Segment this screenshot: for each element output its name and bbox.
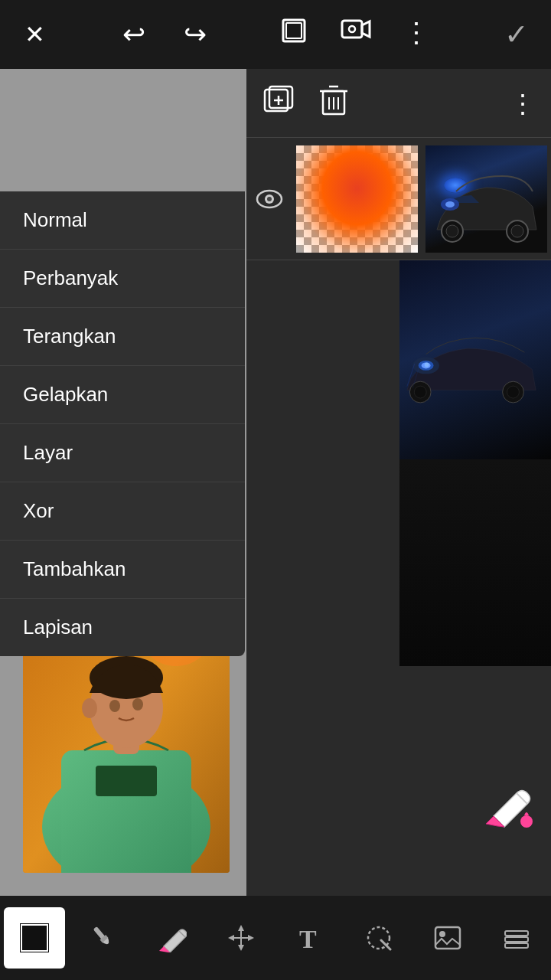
blend-mode-dropdown: Normal Perbanyak Terangkan Gelapkan Laya… [0, 191, 245, 656]
text-tool-button[interactable]: T [279, 907, 341, 969]
add-layer-button[interactable] [262, 83, 295, 123]
svg-point-34 [445, 201, 455, 207]
svg-point-42 [425, 362, 429, 367]
layers-button[interactable] [486, 907, 547, 969]
bottom-toolbar: T [0, 896, 551, 980]
layer-toolbar: ⋮ [246, 69, 551, 138]
layer-car-preview [399, 260, 551, 666]
eraser-paint-icon [482, 782, 536, 831]
add-image-button[interactable] [417, 907, 478, 969]
top-toolbar: ✕ ↩ ↪ ⋮ ✓ [0, 0, 551, 69]
close-button[interactable]: ✕ [15, 20, 54, 49]
delete-layer-button[interactable] [318, 83, 349, 123]
right-panel: ⋮ [246, 69, 551, 896]
blend-mode-layar[interactable]: Layar [0, 424, 245, 482]
layer-thumb-car[interactable] [425, 145, 547, 253]
svg-point-38 [507, 386, 520, 398]
layer-visibility-toggle[interactable] [246, 138, 292, 260]
svg-rect-9 [96, 766, 157, 796]
svg-point-14 [132, 698, 143, 710]
svg-rect-2 [342, 21, 362, 38]
svg-point-59 [439, 931, 445, 937]
redo-button[interactable]: ↪ [176, 18, 214, 51]
undo-button[interactable]: ↩ [115, 18, 153, 51]
svg-text:T: T [299, 925, 317, 952]
eraser-tool-button[interactable] [142, 907, 203, 969]
select-tool-button[interactable] [348, 907, 409, 969]
blend-mode-perbanyak[interactable]: Perbanyak [0, 250, 245, 308]
svg-rect-1 [286, 23, 302, 38]
svg-marker-3 [362, 21, 370, 37]
svg-rect-61 [505, 937, 528, 942]
svg-point-36 [414, 386, 426, 398]
svg-point-30 [446, 225, 458, 237]
color-tool-button[interactable] [4, 907, 65, 969]
svg-point-32 [511, 225, 523, 237]
layer-thumbnails [246, 138, 551, 260]
svg-rect-58 [435, 927, 460, 949]
blend-mode-gelapkan[interactable]: Gelapkan [0, 366, 245, 424]
blend-mode-lapisan[interactable]: Lapisan [0, 599, 245, 656]
svg-point-13 [109, 700, 120, 712]
brush-tool-button[interactable] [73, 907, 134, 969]
svg-point-28 [267, 197, 272, 201]
svg-point-4 [349, 26, 355, 32]
blend-mode-tambahkan[interactable]: Tambahkan [0, 541, 245, 599]
svg-point-45 [520, 815, 533, 828]
svg-rect-60 [505, 931, 528, 936]
video-button[interactable] [337, 17, 375, 52]
top-toolbar-right: ⋮ [276, 17, 436, 52]
layer-thumb-gradient[interactable] [296, 145, 418, 253]
blend-mode-normal[interactable]: Normal [0, 191, 245, 250]
confirm-button[interactable]: ✓ [497, 18, 536, 51]
blend-mode-xor[interactable]: Xor [0, 482, 245, 541]
blend-mode-terangkan[interactable]: Terangkan [0, 308, 245, 366]
svg-point-15 [82, 698, 97, 718]
crop-button[interactable] [276, 17, 314, 52]
svg-rect-47 [21, 925, 47, 951]
more-menu-button[interactable]: ⋮ [398, 17, 436, 52]
layer-more-button[interactable]: ⋮ [510, 88, 536, 119]
move-tool-button[interactable] [210, 907, 272, 969]
svg-rect-62 [505, 943, 528, 948]
top-toolbar-center: ↩ ↪ [115, 18, 214, 51]
